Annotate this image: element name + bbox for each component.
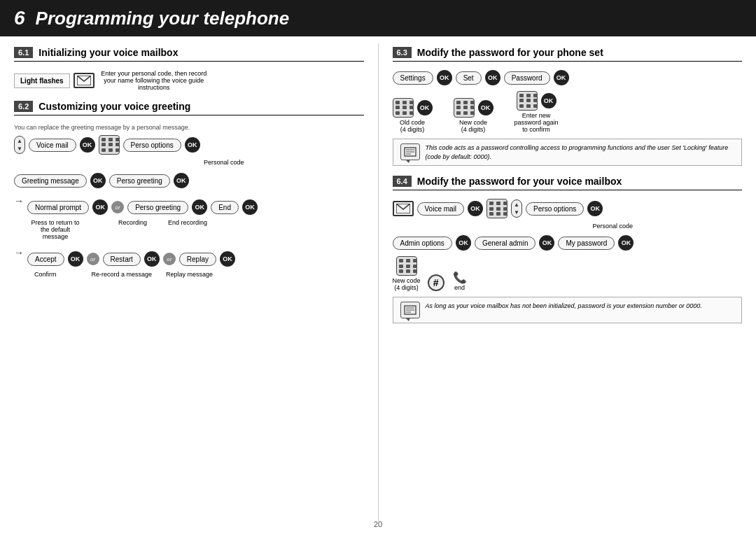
section-6-3-num: 6.3 [393,47,412,58]
section-6-2-num: 6.2 [14,101,33,112]
ok-btn-10: OK [220,251,235,267]
ok-btn-17: OK [468,201,483,216]
ok-btn-3: OK [90,173,106,188]
page-footer: 20 [374,520,382,528]
up-arrow-icon: ▲ [17,138,22,144]
section-6-4-num: 6.4 [393,176,412,187]
up-down-nav-icon: ▲ ▼ [14,136,25,154]
password-btn: Password [504,71,550,85]
confirm-code-label: Enter newpassword againto confirm [514,112,559,133]
voice-mail-btn: Voice mail [29,139,76,152]
row-accept: → Accept OK or Restart OK or Replay OK [14,247,364,278]
row-newcode-end: New code(4 digits) # 📞 end [393,256,743,291]
ok-btn-6: OK [192,199,207,215]
ok-btn-14: OK [417,100,433,115]
perso-greeting-btn-2: Perso greeting [127,201,188,214]
new-code-6-4-label: New code(4 digits) [393,277,421,291]
row-normal-prompt: → Normal prompt OK or Perso greeting OK … [14,195,364,240]
perso-options-btn-2: Perso options [526,202,584,216]
or-indicator-2: or [87,253,99,265]
normal-prompt-btn: Normal prompt [27,201,89,214]
section-6-3-note: This code acts as a password controlling… [393,139,743,166]
ok-btn-13: OK [554,70,569,85]
content-area: 6.1 Initializing your voice mailbox Ligh… [0,36,756,528]
end-group: 📞 end [451,270,468,291]
greeting-message-btn: Greeting message [14,174,87,188]
ok-btn-7: OK [242,199,258,215]
phone-end-icon: 📞 [451,270,468,284]
perso-options-btn: Perso options [123,139,181,152]
section-6-3: 6.3 Modify the password for your phone s… [393,47,743,166]
confirm-code-group: OK Enter newpassword againto confirm [514,91,559,133]
keypad-icon-4 [517,91,538,111]
ok-btn-21: OK [618,235,634,251]
ok-btn-18: OK [587,201,603,216]
my-password-btn: My password [558,237,615,250]
ok-btn-11: OK [437,70,452,85]
section-6-1: 6.1 Initializing your voice mailbox Ligh… [14,47,364,91]
right-column: 6.3 Modify the password for your phone s… [379,36,757,528]
new-code-label: New code(4 digits) [459,119,487,133]
note-text-2: As long as your voice mailbox has not be… [426,302,702,311]
section-6-2-title: Customizing your voice greeting [38,101,190,112]
personal-code-label: Personal code [84,159,364,166]
ok-btn-2: OK [185,137,200,153]
envelope-icon [74,73,94,88]
ok-btn-16: OK [541,93,556,108]
general-admin-btn: General admin [475,237,536,250]
section-6-1-header: 6.1 Initializing your voice mailbox [14,47,364,62]
section-6-1-num: 6.1 [14,47,33,58]
keypad-icon-6 [396,256,417,276]
ok-btn-20: OK [539,235,554,251]
row-keypad-icons: OK Old code(4 digits) OK New code(4 digi… [393,91,743,133]
label-end-recording: End recording [168,219,207,240]
section-6-4: 6.4 Modify the password for your voice m… [393,176,743,323]
section-6-4-note: As long as your voice mailbox has not be… [393,297,743,323]
down-arrow-icon: ▼ [17,146,22,152]
restart-btn: Restart [103,253,141,266]
keypad-icon-5 [486,199,507,218]
arrow-icon-2: → [14,247,24,258]
envelope-icon-2 [393,201,414,216]
section-6-2-header: 6.2 Customizing your voice greeting [14,101,364,115]
voice-mail-btn-2: Voice mail [417,202,465,216]
section-6-3-header: 6.3 Modify the password for your phone s… [393,47,743,62]
keypad-icon-2 [393,98,414,118]
hash-icon: # [428,274,444,291]
up-down-nav-icon-2: ▲ ▼ [511,199,522,218]
section-6-4-header: 6.4 Modify the password for your voice m… [393,176,743,190]
settings-btn: Settings [393,71,433,85]
row-admin: Admin options OK General admin OK My pas… [393,235,743,251]
set-btn: Set [456,71,482,85]
label-recording: Recording [118,219,147,240]
note-text-1: This code acts as a password controlling… [426,143,735,161]
old-code-label: Old code(4 digits) [400,119,425,133]
row-greeting: Greeting message OK Perso greeting OK [14,173,364,188]
chapter-title: Programming your telephone [36,8,290,29]
left-column: 6.1 Initializing your voice mailbox Ligh… [0,36,378,528]
arrow-icon-1: → [14,195,24,206]
old-code-group: OK Old code(4 digits) [393,98,433,133]
personal-code-label-2: Personal code [484,223,743,230]
or-indicator-3: or [163,253,176,265]
section-6-2-intro: You can replace the greeting message by … [14,124,364,131]
label-default-msg: Press to return to the default message [27,219,83,240]
ok-btn-12: OK [485,70,500,85]
label-replay: Replay message [166,271,213,278]
or-indicator-1: or [111,201,124,213]
accept-btn: Accept [27,253,64,266]
end-label: end [454,284,465,291]
ok-btn-9: OK [144,251,160,267]
label-rerecord: Re-record a message [92,271,153,278]
section-6-3-title: Modify the password for your phone set [417,47,603,58]
keypad-icon-3 [454,98,475,118]
row-settings: Settings OK Set OK Password OK [393,70,743,85]
ok-btn-8: OK [68,251,83,267]
perso-greeting-btn: Perso greeting [109,174,170,188]
ok-btn-4: OK [174,173,189,188]
ok-btn-15: OK [478,100,493,115]
end-btn: End [211,201,239,214]
ok-btn-1: OK [80,137,95,153]
label-confirm: Confirm [34,271,57,278]
row-voicemail-6-4: Voice mail OK ▲ ▼ Perso options OK Perso… [393,199,743,230]
